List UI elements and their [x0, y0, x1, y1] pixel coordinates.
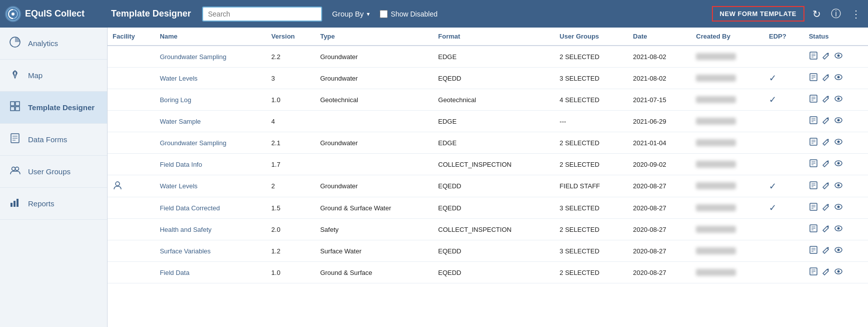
edit-form-icon[interactable]: [809, 51, 818, 62]
svg-point-34: [837, 98, 839, 100]
sidebar-label-map: Map: [28, 71, 43, 80]
cell-name[interactable]: Surface Variables: [155, 240, 266, 262]
eye-icon[interactable]: [834, 267, 843, 278]
cell-date: 2020-08-27: [628, 175, 691, 197]
cell-edp: [764, 154, 804, 175]
cell-name[interactable]: Groundwater Sampling: [155, 46, 266, 68]
edit-form-icon[interactable]: [809, 137, 818, 148]
eye-icon[interactable]: [834, 224, 843, 235]
pencil-icon[interactable]: [822, 138, 830, 148]
cell-created-by: ████████: [691, 154, 764, 175]
pencil-icon[interactable]: [822, 116, 830, 126]
group-by-button[interactable]: Group By ▾: [328, 8, 374, 20]
new-form-template-button[interactable]: NEW FORM TEMPLATE: [712, 6, 804, 22]
edit-form-icon[interactable]: [809, 73, 818, 84]
eye-icon[interactable]: [834, 137, 843, 148]
sidebar-item-user-groups[interactable]: User Groups: [0, 156, 107, 188]
col-status: Status: [804, 28, 868, 46]
pencil-icon[interactable]: [822, 73, 830, 83]
cell-status: [804, 262, 868, 283]
cell-user-groups: ---: [555, 111, 628, 132]
refresh-icon: ↻: [812, 9, 821, 20]
cell-date: 2021-08-02: [628, 68, 691, 89]
sidebar-item-data-forms[interactable]: Data Forms: [0, 124, 107, 156]
cell-name[interactable]: Field Data Corrected: [155, 197, 266, 219]
app-container: EQuIS Collect Template Designer Group By…: [0, 0, 868, 327]
edit-form-icon[interactable]: [809, 202, 818, 213]
pencil-icon[interactable]: [822, 159, 830, 169]
eye-icon[interactable]: [834, 51, 843, 62]
template-table-container[interactable]: Facility Name Version Type Format User G…: [108, 28, 868, 327]
data-forms-icon: [8, 133, 22, 146]
pencil-icon[interactable]: [822, 246, 830, 256]
edit-form-icon[interactable]: [809, 224, 818, 235]
cell-format: EQEDD: [433, 175, 555, 197]
refresh-button[interactable]: ↻: [810, 6, 823, 22]
cell-edp: ✓: [764, 89, 804, 111]
cell-date: 2021-07-15: [628, 89, 691, 111]
sidebar-item-map[interactable]: Map: [0, 60, 107, 92]
cell-facility: [108, 89, 155, 111]
cell-version: 1.0: [266, 262, 315, 283]
cell-name[interactable]: Field Data: [155, 262, 266, 283]
cell-created-by: ████████: [691, 111, 764, 132]
edit-form-icon[interactable]: [809, 267, 818, 278]
cell-facility: [108, 197, 155, 219]
eye-icon[interactable]: [834, 202, 843, 213]
cell-date: 2021-01-04: [628, 132, 691, 154]
svg-point-53: [116, 182, 120, 186]
template-table: Facility Name Version Type Format User G…: [108, 28, 868, 283]
edit-form-icon[interactable]: [809, 94, 818, 105]
cell-created-by: ████████: [691, 175, 764, 197]
eye-icon[interactable]: [834, 116, 843, 127]
pencil-icon[interactable]: [822, 95, 830, 105]
search-input[interactable]: [202, 7, 322, 22]
cell-type: Geotechnical: [315, 89, 433, 111]
pencil-icon[interactable]: [822, 203, 830, 213]
eye-icon[interactable]: [834, 181, 843, 192]
eye-icon[interactable]: [834, 94, 843, 105]
menu-button[interactable]: ⋮: [849, 6, 863, 22]
cell-name[interactable]: Groundwater Sampling: [155, 132, 266, 154]
cell-user-groups: 3 SELECTED: [555, 240, 628, 262]
cell-type: Groundwater: [315, 132, 433, 154]
cell-facility: [108, 46, 155, 68]
svg-rect-15: [14, 201, 16, 207]
eye-icon[interactable]: [834, 245, 843, 256]
sidebar-item-template-designer[interactable]: Template Designer: [0, 92, 107, 124]
cell-name[interactable]: Water Sample: [155, 111, 266, 132]
svg-point-59: [837, 184, 839, 186]
cell-name[interactable]: Water Levels: [155, 68, 266, 89]
cell-name[interactable]: Boring Log: [155, 89, 266, 111]
table-row: Field Data1.0Ground & SurfaceEQEDD2 SELE…: [108, 262, 868, 283]
cell-name[interactable]: Water Levels: [155, 175, 266, 197]
cell-type: Ground & Surface: [315, 262, 433, 283]
edit-form-icon[interactable]: [809, 159, 818, 170]
edit-form-icon[interactable]: [809, 181, 818, 192]
eye-icon[interactable]: [834, 73, 843, 84]
chevron-down-icon: ▾: [367, 11, 370, 18]
sidebar-item-analytics[interactable]: Analytics: [0, 28, 107, 60]
eye-icon[interactable]: [834, 159, 843, 170]
edit-form-icon[interactable]: [809, 116, 818, 127]
cell-name[interactable]: Field Data Info: [155, 154, 266, 175]
table-row: Water Sample4EDGE---2021-06-29████████: [108, 111, 868, 132]
sidebar-item-reports[interactable]: Reports: [0, 188, 107, 220]
col-name: Name: [155, 28, 266, 46]
cell-format: EQEDD: [433, 240, 555, 262]
info-button[interactable]: ⓘ: [829, 5, 843, 23]
cell-created-by: ████████: [691, 68, 764, 89]
svg-point-40: [837, 119, 839, 122]
pencil-icon[interactable]: [822, 181, 830, 191]
cell-user-groups: 3 SELECTED: [555, 68, 628, 89]
svg-rect-7: [16, 107, 20, 111]
edit-form-icon[interactable]: [809, 245, 818, 256]
pencil-icon[interactable]: [822, 52, 830, 62]
show-disabled-checkbox[interactable]: [380, 10, 388, 18]
cell-name[interactable]: Health and Safety: [155, 219, 266, 240]
pencil-icon[interactable]: [822, 267, 830, 277]
cell-edp: ✓: [764, 175, 804, 197]
pencil-icon[interactable]: [822, 224, 830, 234]
cell-facility: [108, 240, 155, 262]
cell-status: [804, 68, 868, 89]
